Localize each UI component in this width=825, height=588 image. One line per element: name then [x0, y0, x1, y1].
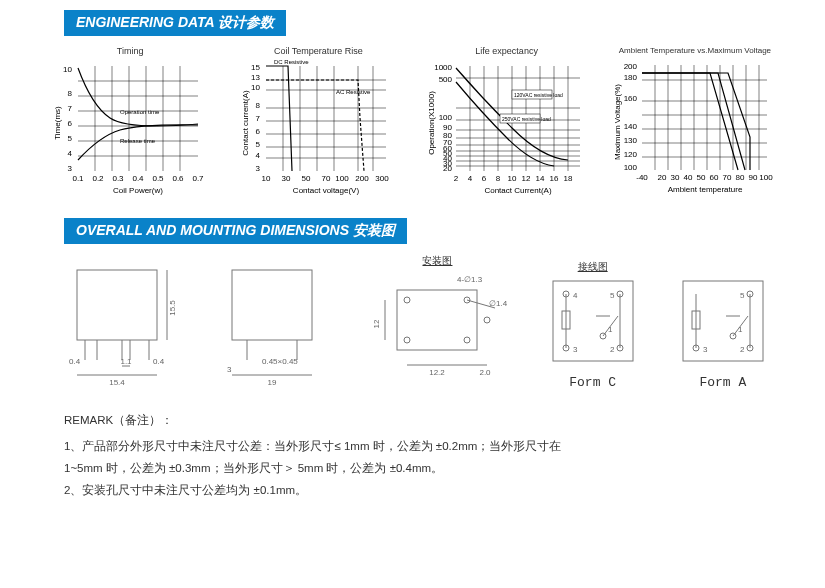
svg-text:120: 120	[624, 150, 638, 159]
svg-text:-40: -40	[636, 173, 648, 182]
svg-rect-152	[397, 290, 477, 350]
svg-text:19: 19	[268, 378, 277, 387]
svg-text:5: 5	[610, 291, 615, 300]
svg-text:100: 100	[759, 173, 773, 182]
svg-text:12.2: 12.2	[430, 368, 446, 377]
svg-point-155	[404, 337, 410, 343]
svg-rect-183	[683, 281, 763, 361]
svg-text:1000: 1000	[434, 63, 452, 72]
series-label: Release time	[120, 138, 156, 144]
series-label: Operation time	[120, 109, 160, 115]
svg-text:140: 140	[624, 122, 638, 131]
svg-text:90: 90	[748, 173, 757, 182]
svg-text:3: 3	[703, 345, 708, 354]
svg-text:130: 130	[624, 136, 638, 145]
svg-text:5: 5	[68, 134, 73, 143]
svg-text:0.6: 0.6	[173, 174, 185, 183]
svg-text:16: 16	[549, 174, 558, 183]
svg-text:50: 50	[696, 173, 705, 182]
svg-text:200: 200	[624, 62, 638, 71]
svg-point-157	[484, 317, 490, 323]
svg-text:90: 90	[443, 123, 452, 132]
svg-text:2.0: 2.0	[480, 368, 492, 377]
svg-text:15.4: 15.4	[109, 378, 125, 387]
svg-text:3: 3	[68, 164, 73, 173]
svg-text:0.45×0.45: 0.45×0.45	[262, 357, 298, 366]
svg-text:180: 180	[624, 73, 638, 82]
chart-title: Ambient Temperature vs.Maximum Voltage	[605, 46, 785, 55]
svg-rect-27	[266, 66, 386, 171]
svg-text:50: 50	[302, 174, 311, 183]
svg-text:70: 70	[322, 174, 331, 183]
svg-text:2: 2	[740, 345, 745, 354]
svg-text:70: 70	[722, 173, 731, 182]
drawing-side-view: 15.5 15.4 1.1 0.4 0.4	[57, 260, 177, 390]
svg-text:60: 60	[709, 173, 718, 182]
svg-text:160: 160	[624, 94, 638, 103]
series-label: 250VAC resistive load	[502, 116, 551, 122]
mounting-label: 安装图	[367, 254, 507, 268]
chart-ambient: Ambient Temperature vs.Maximum Voltage 1…	[605, 46, 785, 198]
svg-text:4: 4	[68, 149, 73, 158]
form-a-caption: Form A	[678, 375, 768, 390]
svg-text:4: 4	[256, 151, 261, 160]
chart-life: Life expectancy 120VAC resistive load 25…	[417, 46, 597, 198]
svg-text:6: 6	[481, 174, 486, 183]
svg-text:100: 100	[624, 163, 638, 172]
remark-line: 2、安装孔尺寸中未注尺寸公差均为 ±0.1mm。	[64, 480, 761, 502]
svg-text:2: 2	[610, 345, 615, 354]
xlabel: Coil Power(w)	[113, 186, 163, 195]
svg-text:6: 6	[256, 127, 261, 136]
svg-text:10: 10	[507, 174, 516, 183]
xlabel: Ambient temperature	[668, 185, 743, 194]
section-header-dimensions: OVERALL AND MOUNTING DIMENSIONS 安装图	[64, 218, 407, 244]
svg-rect-131	[77, 270, 157, 340]
svg-text:20: 20	[657, 173, 666, 182]
svg-text:300: 300	[376, 174, 390, 183]
ylabel: Operation(X1000)	[427, 91, 436, 155]
svg-point-153	[404, 297, 410, 303]
svg-text:5: 5	[740, 291, 745, 300]
svg-text:4: 4	[467, 174, 472, 183]
svg-text:0.1: 0.1	[73, 174, 85, 183]
svg-text:8: 8	[68, 89, 73, 98]
svg-text:80: 80	[443, 131, 452, 140]
svg-text:0.5: 0.5	[153, 174, 165, 183]
svg-text:∅1.4: ∅1.4	[489, 299, 507, 308]
wiring-label: 接线图	[548, 260, 638, 274]
ylabel: Contact current(A)	[241, 90, 250, 156]
svg-text:14: 14	[535, 174, 544, 183]
svg-rect-98	[642, 65, 767, 170]
remark-title: REMARK（备注）：	[64, 410, 761, 432]
svg-text:8: 8	[495, 174, 500, 183]
svg-text:100: 100	[336, 174, 350, 183]
svg-text:1.1: 1.1	[121, 357, 133, 366]
svg-text:5: 5	[256, 140, 261, 149]
svg-text:30: 30	[670, 173, 679, 182]
svg-text:10: 10	[251, 83, 260, 92]
svg-text:12: 12	[372, 319, 381, 328]
remark-line: 1、产品部分外形尺寸中未注尺寸公差：当外形尺寸≤ 1mm 时，公差为 ±0.2m…	[64, 436, 761, 458]
remark-line: 1~5mm 时，公差为 ±0.3mm；当外形尺寸＞ 5mm 时，公差为 ±0.4…	[64, 458, 761, 480]
svg-text:3: 3	[227, 365, 232, 374]
ylabel: Time(ms)	[53, 106, 62, 140]
xlabel: Contact Current(A)	[484, 186, 551, 195]
svg-text:7: 7	[256, 114, 261, 123]
svg-text:0.3: 0.3	[113, 174, 125, 183]
svg-text:13: 13	[251, 73, 260, 82]
svg-text:100: 100	[438, 113, 452, 122]
svg-text:15: 15	[251, 63, 260, 72]
series-label: AC Resistive	[336, 89, 371, 95]
remark-block: REMARK（备注）： 1、产品部分外形尺寸中未注尺寸公差：当外形尺寸≤ 1mm…	[64, 410, 761, 501]
svg-text:12: 12	[521, 174, 530, 183]
drawing-mounting: 安装图 4-∅1.3 ∅1.4 12 12.2 2.0	[367, 254, 507, 390]
dimensions-row: 15.5 15.4 1.1 0.4 0.4 0.45×0.45 19 3 安装图…	[0, 254, 825, 390]
drawing-form-a: 5 3 1 2 Form A	[678, 260, 768, 390]
svg-text:4-∅1.3: 4-∅1.3	[457, 275, 483, 284]
svg-text:0.2: 0.2	[93, 174, 105, 183]
svg-text:200: 200	[356, 174, 370, 183]
chart-timing: Timing Operation time Release time 3 4 5…	[40, 46, 220, 198]
svg-text:10: 10	[262, 174, 271, 183]
svg-text:15.5: 15.5	[168, 300, 177, 316]
svg-rect-145	[232, 270, 312, 340]
